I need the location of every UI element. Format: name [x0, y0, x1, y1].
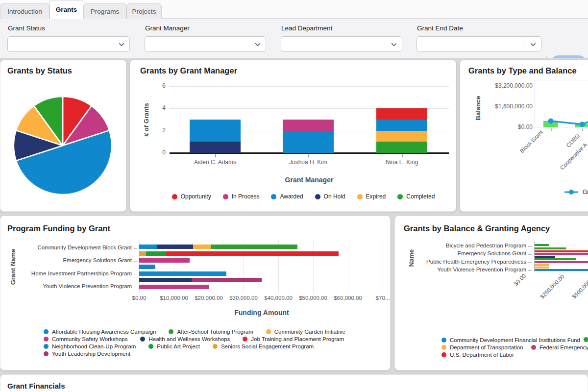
legend-label: Community Safety Workshops [52, 336, 127, 342]
y-tick-mark [134, 248, 137, 249]
filter-label-grant-end-date: Grant End Date [417, 24, 463, 32]
filter-label-grant-manager: Grant Manager [145, 24, 190, 32]
y-category-label: Public Health Emergency Preparedness [409, 259, 526, 265]
legend-item-in-process: In Process [223, 193, 260, 200]
chart-title: Grants by Type and Balance [468, 66, 577, 75]
card-program-funding-by-grant: Program Funding by Grant Grant Name Fund… [0, 216, 391, 370]
bar-segment [139, 258, 190, 263]
card-grants-by-grant-manager: Grants by Grant Manager # of Grants Gran… [130, 60, 456, 212]
chart-title: Grants by Grant Manager [140, 66, 237, 75]
x-tick-label: $40,000.00 [259, 295, 298, 301]
legend-dot [315, 194, 320, 199]
legend-dot [441, 338, 446, 343]
y-category-label: Community Development Block Grant [6, 245, 132, 250]
legend-dot [169, 329, 173, 334]
section-title: Grant Financials [7, 382, 65, 390]
legend-dot [140, 337, 145, 342]
bar-grant-balance [535, 253, 588, 255]
tab-grants[interactable]: Grants [49, 0, 83, 19]
legend-dot [172, 194, 177, 199]
y-category-label: Bicycle and Pedestrian Program [409, 243, 526, 248]
bar-segment [157, 245, 194, 249]
legend-dot [441, 345, 446, 350]
x-tick-mark [402, 154, 403, 157]
x-tick-label: $30,000.00 [224, 295, 263, 301]
x-axis-title: Grant Manager [241, 176, 378, 184]
bar-segment [190, 120, 241, 142]
chart-legend: Grant Balanc [564, 189, 588, 196]
legend-item-agency [584, 337, 588, 342]
card-grants-by-status: Grants by Status [0, 60, 126, 212]
bar-grant-balance [535, 247, 566, 249]
y-tick-mark [134, 274, 137, 275]
legend-row: Youth Leadership Development [44, 351, 130, 357]
x-tick-label: $70... [363, 295, 391, 301]
x-tick-mark [582, 128, 583, 131]
legend-row: Neighborhood Clean-Up ProgramPublic Art … [44, 343, 314, 349]
legend-item-public-art-project: Public Art Project [148, 343, 200, 349]
bar-segment [283, 120, 334, 131]
legend-dot [441, 352, 446, 357]
gridline [348, 240, 348, 293]
legend-label: On Hold [324, 193, 345, 200]
filter-label-lead-department: Lead Department [281, 24, 332, 32]
legend-dot [584, 337, 588, 342]
legend-label: Affordable Housing Awareness Campaign [52, 329, 156, 335]
filter-bar: Grant Status Grant Manager Lead Departme… [0, 19, 588, 58]
legend-dot [44, 337, 49, 342]
y-axis-title: # of Grants [143, 93, 150, 147]
card-grants-by-type-and-balance: Grants by Type and Balance Balance $3,20… [460, 60, 588, 212]
y-tick-label: $1,600,000.00 [475, 103, 533, 110]
filter-label-grant-status: Grant Status [8, 24, 45, 32]
legend-item-neighborhood-clean-up-program: Neighborhood Clean-Up Program [44, 343, 136, 349]
bar-grant-balance [535, 261, 588, 263]
bar-segment [139, 285, 209, 289]
grant-manager-select[interactable] [145, 36, 266, 52]
legend-dot [44, 329, 49, 334]
legend-label: Expired [366, 193, 386, 200]
y-tick-label: 0 [151, 149, 166, 156]
filter-field-grant-end-date: Grant End Date [416, 19, 541, 58]
gridline [313, 240, 314, 293]
x-tick-label: $50,000.00 [294, 295, 333, 301]
bar-segment [376, 108, 427, 120]
legend-item-after-school-tutoring-program: After-School Tutoring Program [169, 329, 253, 335]
bar-segment [139, 265, 155, 269]
pie-chart [11, 94, 115, 197]
x-category-label: Joshua H. Kim [267, 159, 350, 166]
y-tick-mark [528, 270, 532, 271]
chevron-down-icon [530, 41, 537, 48]
legend-dot [357, 194, 363, 199]
bar-grant-balance [535, 267, 549, 269]
y-tick-label: $0.00 [475, 123, 533, 130]
chart-title: Grants by Balance & Granting Agency [404, 224, 550, 233]
plot-frame [535, 80, 588, 127]
legend-item-on-hold: On Hold [315, 193, 345, 200]
y-category-label: Youth Violence Prevention Program [6, 283, 132, 289]
tab-programs[interactable]: Programs [83, 3, 126, 19]
x-tick-mark [308, 154, 309, 157]
gridline [383, 240, 383, 293]
legend-label: Department of Transportation [450, 344, 523, 350]
lead-department-select[interactable] [281, 36, 402, 52]
legend-line-marker [564, 189, 579, 195]
grant-status-select[interactable] [7, 36, 130, 52]
bar-segment [146, 251, 166, 256]
bar-segment [190, 142, 241, 153]
tab-introduction[interactable]: Introduction [0, 3, 49, 19]
x-tick-label: $0.00 [510, 270, 530, 290]
grant-end-date-select[interactable] [416, 36, 541, 52]
legend-label: Job Training and Placement Program [251, 336, 344, 342]
tab-projects[interactable]: Projects [126, 3, 162, 19]
legend-dot [531, 345, 536, 350]
legend-dot [243, 337, 247, 342]
chevron-down-icon [118, 41, 125, 48]
bar-segment [139, 278, 192, 282]
y-tick-label: 2 [151, 127, 166, 134]
legend-item-awarded: Awarded [271, 193, 303, 200]
y-category-label: Youth Violence Prevention Program [409, 267, 526, 272]
gridline [535, 107, 588, 107]
legend-dot [271, 194, 276, 199]
legend-item-completed: Completed [397, 193, 435, 200]
bar-segment [139, 245, 157, 249]
